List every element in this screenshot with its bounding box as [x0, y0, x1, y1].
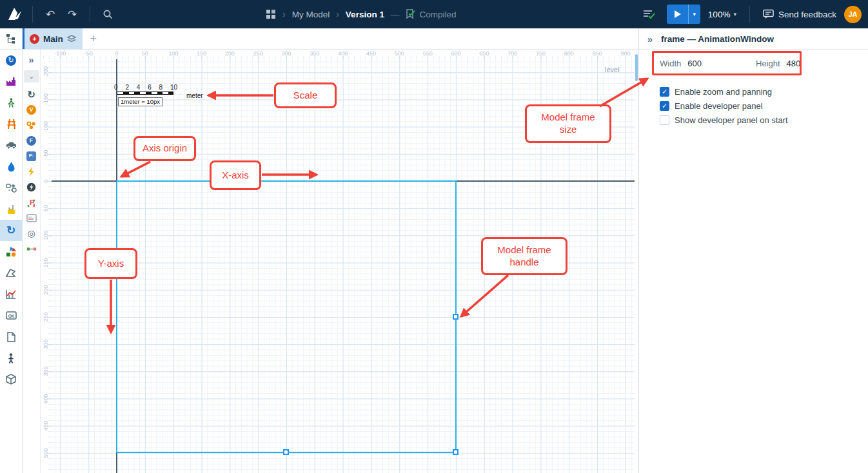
palette-pictures-person[interactable] [0, 347, 22, 369]
library-system-dynamics[interactable] [0, 177, 22, 198]
library-material-handling-crane[interactable] [0, 198, 22, 220]
process-modeling-icon: ↻ [6, 55, 16, 66]
width-value[interactable]: 600 [687, 59, 702, 68]
breadcrumb-version[interactable]: Version 1 [346, 10, 384, 19]
ruler-tick-label: 0 [43, 179, 49, 182]
palette-item-view-area[interactable] [23, 210, 41, 226]
car-icon [6, 141, 17, 150]
palette-item-variable[interactable]: V [23, 102, 41, 117]
checkbox-icon[interactable]: ✓ [660, 87, 669, 97]
presentation-shapes-icon [6, 247, 16, 257]
compile-status-label: Compiled [419, 10, 456, 19]
undo-button[interactable]: ↶ [41, 5, 60, 24]
breadcrumb-model[interactable]: My Model [292, 10, 330, 19]
checkbox-label: Enable developer panel [675, 101, 763, 111]
send-feedback-button[interactable]: Send feedback [763, 9, 836, 19]
user-avatar[interactable]: JA [844, 6, 862, 23]
expand-palette-button[interactable]: » [28, 51, 34, 68]
ruler-tick-label: 850 [593, 50, 602, 57]
scale-tick: 8 [159, 84, 163, 91]
ruler-tick-label: 400 [43, 394, 49, 403]
palette-item-table-function[interactable]: F: [23, 148, 41, 164]
cube-3d-icon [6, 374, 16, 385]
checkbox-enable-developer-panel[interactable]: ✓ Enable developer panel [660, 101, 868, 111]
ruler-tick-label: 300 [281, 50, 291, 57]
frame-options: ✓ Enable zoom and panning ✓ Enable devel… [660, 87, 868, 125]
library-process-modeling[interactable]: ↻ [0, 50, 22, 71]
ruler-tick-label: 450 [366, 50, 376, 57]
projects-tree-button[interactable] [0, 28, 22, 50]
height-value[interactable]: 480 [787, 59, 801, 68]
run-dropdown-caret[interactable]: ▾ [689, 11, 700, 17]
tree-icon [6, 34, 16, 44]
library-road-traffic[interactable] [0, 135, 22, 156]
event-bolt-icon [28, 167, 35, 177]
ruler-tick-label: 550 [423, 50, 433, 57]
library-pedestrian[interactable] [0, 92, 22, 113]
ruler-tick-label: -100 [54, 50, 66, 57]
ruler-tick-label: 650 [479, 50, 489, 57]
ruler-tick-label: 100 [168, 50, 178, 57]
tab-main[interactable]: + Main [23, 28, 83, 49]
run-button[interactable]: ▾ [667, 5, 700, 24]
palette-item-dynamic-event[interactable] [23, 179, 41, 195]
ruler-tick-label: 250 [43, 312, 49, 322]
table-function-icon: F: [26, 151, 36, 161]
zoom-control[interactable]: 100% ▾ [708, 10, 736, 19]
frame-handle-bottom-right[interactable] [453, 449, 459, 455]
frame-handle-right-middle[interactable] [453, 314, 459, 320]
ruler-tick-label: -50 [43, 150, 49, 158]
ruler-tick-label: 500 [395, 50, 404, 57]
library-rail[interactable] [0, 113, 22, 135]
top-bar: ↶ ↷ › My Model › Version 1 — [0, 0, 868, 28]
apps-grid-icon [266, 9, 276, 19]
palette-controls[interactable]: OK [0, 305, 22, 326]
ruler-tick-label: 0 [115, 50, 118, 57]
palette-dropdown-button[interactable]: ⌄ [24, 70, 39, 82]
library-fluid[interactable] [0, 156, 22, 177]
anylogic-logo[interactable] [5, 5, 25, 24]
search-button[interactable] [98, 5, 117, 24]
rail-icon [6, 119, 16, 129]
height-field: Height480 [756, 59, 800, 68]
scale-widget[interactable]: 0 2 4 6 8 10 1meter = 10px meter [113, 84, 177, 106]
canvas-vertical-scrollbar[interactable] [635, 54, 638, 81]
properties-panel: » frame — AnimationWindow Width600 Heigh… [638, 28, 868, 473]
palette-item-collection[interactable] [23, 117, 41, 133]
palette-item-connector[interactable] [23, 241, 41, 256]
palette-analysis[interactable] [0, 284, 22, 305]
palette-page[interactable] [0, 326, 22, 347]
palette-item-port[interactable]: ◎ [23, 226, 41, 241]
redo-button[interactable]: ↷ [63, 5, 82, 24]
checkbox-enable-zoom-panning[interactable]: ✓ Enable zoom and panning [660, 87, 868, 97]
view-area-icon [26, 214, 37, 222]
palette-item-plot[interactable]: P [23, 195, 41, 210]
apps-grid-button[interactable] [266, 9, 276, 19]
palette-presentation[interactable] [0, 241, 22, 262]
layers-icon[interactable] [67, 35, 76, 43]
annotation-scale: Scale [274, 82, 337, 108]
checkbox-icon[interactable] [660, 115, 669, 125]
tab-main-label: Main [43, 34, 63, 44]
model-frame[interactable] [116, 180, 457, 453]
collapse-panel-button[interactable]: » [639, 34, 661, 44]
checkbox-icon[interactable]: ✓ [660, 101, 669, 111]
scale-note: 1meter = 10px [118, 97, 163, 106]
palette-3d-objects[interactable] [0, 369, 22, 390]
ruler-tick-label: 700 [508, 50, 517, 57]
run-configuration-button[interactable] [640, 5, 659, 24]
palette-item-parameter[interactable]: ↻ [23, 86, 41, 102]
checkbox-show-developer-panel-on-start[interactable]: Show developer panel on start [660, 115, 868, 125]
ruler-tick-label: 800 [564, 50, 574, 57]
palette-item-function[interactable]: F [23, 133, 41, 148]
palette-agent-selected[interactable]: ↻ [0, 220, 22, 241]
frame-handle-bottom-middle[interactable] [283, 449, 289, 455]
palette-space-markup[interactable] [0, 262, 22, 284]
droplet-icon [7, 162, 15, 172]
library-material-handling[interactable] [0, 71, 22, 92]
height-label: Height [756, 59, 780, 68]
palette-item-event[interactable] [23, 164, 41, 179]
play-icon[interactable] [667, 5, 689, 24]
new-tab-button[interactable]: + [83, 28, 104, 49]
divider [32, 6, 33, 23]
